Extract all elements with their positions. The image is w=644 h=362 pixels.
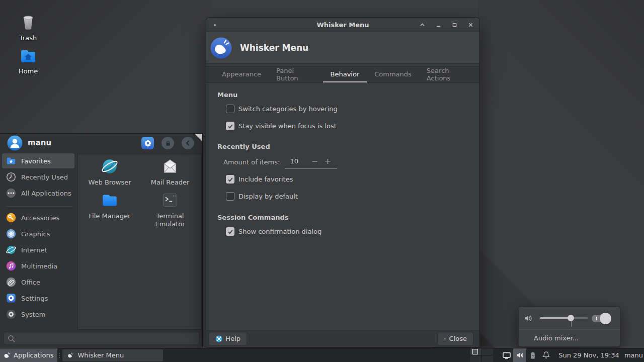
volume-slider-handle[interactable] bbox=[568, 315, 574, 321]
maximize-button[interactable] bbox=[451, 21, 458, 29]
minimize-icon bbox=[435, 22, 442, 28]
chevron-up-icon bbox=[419, 22, 426, 28]
app-terminal-emulator[interactable]: Terminal Emulator bbox=[140, 191, 200, 228]
category-internet[interactable]: Internet bbox=[2, 242, 74, 257]
category-multimedia[interactable]: Multimedia bbox=[2, 258, 74, 274]
volume-popup: Audio mixer... bbox=[518, 306, 620, 347]
tab-behavior[interactable]: Behavior bbox=[323, 67, 367, 82]
settings-category-icon bbox=[6, 293, 17, 304]
window-button-whisker-menu[interactable]: Whisker Menu bbox=[62, 349, 163, 361]
workspace-4[interactable] bbox=[482, 355, 493, 362]
terminal-icon bbox=[160, 191, 180, 210]
whisker-menu-popup: manu bbox=[0, 133, 203, 347]
option-display-by-default[interactable]: Display by default bbox=[226, 192, 298, 201]
category-system[interactable]: System bbox=[2, 307, 74, 322]
close-icon bbox=[467, 22, 474, 28]
workspace-1[interactable] bbox=[470, 348, 481, 355]
close-button[interactable]: Close bbox=[437, 332, 473, 346]
option-switch-categories[interactable]: Switch categories by hovering bbox=[226, 105, 338, 113]
desktop-icon-trash[interactable]: Trash bbox=[7, 11, 49, 42]
trash-icon bbox=[18, 11, 39, 32]
category-graphics[interactable]: Graphics bbox=[2, 226, 74, 241]
monitor-icon bbox=[502, 351, 511, 360]
category-favorites[interactable]: Favorites bbox=[2, 153, 74, 168]
whisker-menu-settings-window: Whisker Menu bbox=[206, 18, 479, 347]
dialog-footer: Help Close bbox=[206, 330, 479, 347]
checkbox[interactable] bbox=[226, 105, 234, 113]
decrease-button[interactable]: − bbox=[308, 156, 321, 165]
taskbar-right: Sun 29 Nov, 19:34 manu bbox=[470, 348, 644, 362]
panel-grip[interactable] bbox=[57, 348, 61, 362]
desktop-icon-home[interactable]: Home bbox=[7, 47, 49, 75]
all-applications-icon bbox=[6, 188, 17, 199]
app-grid: Web Browser Mail Reader File Manager bbox=[77, 154, 202, 330]
window-titlebar[interactable]: Whisker Menu bbox=[206, 18, 479, 32]
battery-tray-icon[interactable] bbox=[526, 348, 539, 362]
search-bar[interactable] bbox=[4, 332, 199, 345]
mute-toggle[interactable] bbox=[592, 315, 609, 322]
workspace-switcher[interactable] bbox=[470, 348, 493, 362]
desktop-icon-label: Home bbox=[7, 67, 49, 75]
volume-slider-row bbox=[519, 307, 620, 330]
volume-slider[interactable] bbox=[540, 317, 588, 319]
volume-tray-icon[interactable] bbox=[513, 348, 526, 362]
whisker-icon bbox=[3, 351, 11, 359]
whisker-header: manu bbox=[0, 134, 202, 154]
workspace-2[interactable] bbox=[482, 348, 493, 355]
amount-value[interactable]: 10 bbox=[290, 157, 308, 165]
category-recently-used[interactable]: Recently Used bbox=[2, 169, 74, 185]
settings-button[interactable] bbox=[141, 137, 154, 149]
option-include-favorites[interactable]: Include favorites bbox=[226, 175, 293, 184]
username: manu bbox=[28, 138, 51, 147]
option-stay-visible[interactable]: Stay visible when focus is lost bbox=[226, 122, 337, 130]
checkbox[interactable] bbox=[226, 192, 234, 201]
clock[interactable]: Sun 29 Nov, 19:34 bbox=[558, 351, 619, 359]
search-input[interactable] bbox=[16, 335, 196, 342]
checkbox[interactable] bbox=[226, 227, 234, 236]
accessories-icon bbox=[6, 212, 17, 223]
increase-button[interactable]: + bbox=[321, 156, 334, 165]
maximize-icon bbox=[451, 22, 458, 28]
display-tray-icon[interactable] bbox=[500, 348, 513, 362]
tab-panel-button[interactable]: Panel Button bbox=[269, 67, 323, 82]
lock-screen-button[interactable] bbox=[162, 137, 174, 149]
speaker-icon bbox=[516, 351, 524, 359]
app-file-manager[interactable]: File Manager bbox=[79, 191, 140, 220]
audio-mixer-item[interactable]: Audio mixer... bbox=[519, 330, 620, 346]
option-show-confirmation[interactable]: Show confirmation dialog bbox=[226, 227, 321, 236]
help-button[interactable]: Help bbox=[209, 332, 247, 346]
app-mail-reader[interactable]: Mail Reader bbox=[140, 157, 200, 187]
tab-commands[interactable]: Commands bbox=[367, 67, 419, 82]
whisker-menu-logo bbox=[210, 37, 232, 59]
category-office[interactable]: Office bbox=[2, 275, 74, 290]
amount-spinbox[interactable]: 10 − + bbox=[285, 155, 337, 169]
gear-icon bbox=[144, 139, 152, 147]
category-accessories[interactable]: Accessories bbox=[2, 210, 74, 225]
notifications-tray-icon[interactable] bbox=[539, 348, 552, 362]
graphics-icon bbox=[6, 228, 17, 239]
category-settings[interactable]: Settings bbox=[2, 291, 74, 306]
chevron-left-icon bbox=[185, 140, 191, 146]
tab-bar: Appearance Panel Button Behavior Command… bbox=[206, 66, 479, 83]
tab-appearance[interactable]: Appearance bbox=[214, 67, 269, 82]
back-button[interactable] bbox=[182, 137, 194, 149]
minimize-button[interactable] bbox=[435, 21, 442, 29]
applications-menu-button[interactable]: Applications bbox=[0, 348, 57, 362]
tab-search-actions[interactable]: Search Actions bbox=[419, 67, 479, 82]
favorites-icon bbox=[6, 155, 17, 166]
dialog-title: Whisker Menu bbox=[240, 43, 308, 53]
category-all-applications[interactable]: All Applications bbox=[2, 186, 74, 201]
checkbox[interactable] bbox=[226, 175, 234, 184]
file-manager-icon bbox=[100, 191, 119, 210]
checkbox[interactable] bbox=[226, 122, 234, 130]
whisker-icon bbox=[66, 351, 74, 359]
shade-button[interactable] bbox=[419, 21, 426, 29]
workspace-3[interactable] bbox=[470, 355, 481, 362]
app-web-browser[interactable]: Web Browser bbox=[79, 157, 140, 187]
toggle-knob[interactable] bbox=[600, 313, 611, 324]
avatar[interactable] bbox=[7, 135, 23, 151]
taskbar: Applications Whisker Menu bbox=[0, 348, 644, 362]
dialog-header: Whisker Menu bbox=[206, 32, 479, 64]
user-menu[interactable]: manu bbox=[624, 351, 643, 359]
close-window-button[interactable] bbox=[467, 21, 474, 29]
